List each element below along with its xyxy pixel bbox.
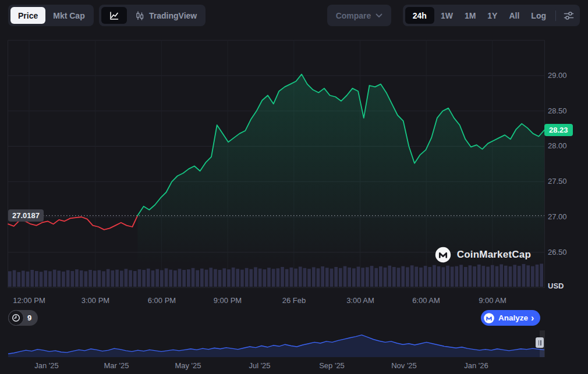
candlestick-icon	[134, 10, 145, 21]
price-mktcap-toggle: Price Mkt Cap	[8, 5, 94, 26]
x-axis-tick: 3:00 PM	[69, 296, 122, 305]
y-axis-tick: 29.00	[548, 70, 583, 81]
chart-settings-button[interactable]	[560, 7, 578, 24]
chevron-down-icon	[376, 13, 382, 18]
toolbar-divider	[555, 10, 556, 21]
compare-wrap: Compare	[327, 5, 391, 26]
navigator-tick: Mar '25	[93, 361, 140, 370]
mktcap-tab[interactable]: Mkt Cap	[47, 7, 91, 24]
x-axis-tick: 9:00 PM	[201, 296, 254, 305]
x-axis-tick: 6:00 PM	[136, 296, 188, 305]
chevron-right-icon: ›	[531, 314, 534, 323]
cmc-chart-widget: Price Mkt Cap TradingView Compare	[0, 0, 588, 374]
history-clock-icon	[8, 310, 24, 326]
range-1m[interactable]: 1M	[459, 7, 481, 24]
cmc-watermark: CoinMarketCap	[434, 246, 531, 263]
log-scale-toggle[interactable]: Log	[526, 7, 551, 24]
compare-label: Compare	[336, 11, 371, 20]
history-button[interactable]: 9	[8, 310, 38, 326]
last-price-label: 28.23	[544, 124, 573, 136]
line-chart-icon	[109, 10, 119, 21]
y-axis-tick: 28.50	[548, 105, 583, 117]
x-axis-tick: 3:00 AM	[334, 296, 387, 305]
navigator-tick: Jul '25	[236, 361, 283, 370]
range-selector: 24h 1W 1M 1Y All Log	[403, 5, 580, 26]
range-1w[interactable]: 1W	[435, 7, 458, 24]
analyze-button[interactable]: Analyze ›	[481, 310, 540, 326]
history-count: 9	[27, 314, 31, 322]
settings-sliders-icon	[563, 10, 575, 22]
analyze-label: Analyze	[498, 314, 528, 322]
x-axis-tick: 26 Feb	[268, 296, 320, 305]
navigator-tick: May '25	[165, 361, 211, 370]
navigator-tick: Jan '26	[453, 361, 500, 370]
navigator-handle[interactable]	[536, 337, 544, 348]
x-axis-tick: 12:00 PM	[3, 296, 55, 305]
currency-label: USD	[548, 280, 583, 292]
cmc-logo-icon	[483, 312, 495, 324]
y-axis-tick: 28.00	[548, 140, 583, 152]
tradingview-button[interactable]: TradingView	[128, 7, 203, 24]
cmc-logo-icon	[434, 246, 452, 263]
navigator-tick: Nov '25	[381, 361, 427, 370]
tradingview-label: TradingView	[149, 11, 197, 20]
open-price-label: 27.0187	[8, 209, 44, 222]
compare-button[interactable]: Compare	[330, 11, 389, 20]
y-axis-tick: 26.50	[548, 247, 583, 258]
x-axis-tick: 6:00 AM	[400, 296, 452, 305]
range-all[interactable]: All	[504, 7, 525, 24]
price-tab[interactable]: Price	[10, 7, 45, 24]
x-axis-tick: 9:00 AM	[466, 296, 519, 305]
y-axis-tick: 27.00	[548, 211, 583, 223]
chart-source-toggle: TradingView	[99, 5, 206, 26]
navigator-tick: Sep '25	[309, 361, 355, 370]
range-1y[interactable]: 1Y	[482, 7, 502, 24]
price-chart-canvas[interactable]	[0, 0, 588, 314]
line-chart-mode-button[interactable]	[101, 7, 127, 24]
watermark-label: CoinMarketCap	[457, 249, 531, 261]
navigator-tick: Jan '25	[23, 361, 70, 370]
y-axis-tick: 27.50	[548, 176, 583, 187]
navigator-canvas[interactable]	[0, 326, 588, 361]
range-24h[interactable]: 24h	[405, 7, 434, 24]
